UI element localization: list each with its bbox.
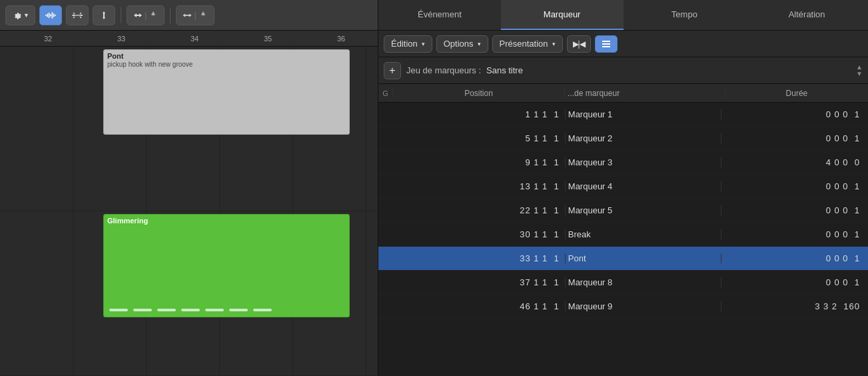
- table-row[interactable]: 30 1 1 1 Break 0 0 0 1: [378, 223, 868, 247]
- col-header-name: ...de marqueur: [565, 89, 725, 98]
- tab-evenement-label: Événement: [418, 9, 462, 19]
- cell-duree-3: 0 0 0 1: [721, 181, 868, 191]
- fit-width-icon: [72, 10, 83, 21]
- separator-1: [121, 7, 121, 23]
- separator-2: [170, 7, 171, 23]
- cell-position-4: 22 1 1 1: [393, 205, 566, 215]
- dash-5: [205, 309, 224, 311]
- svg-rect-18: [185, 15, 189, 16]
- cell-position-3: 13 1 1 1: [393, 181, 566, 191]
- options-dropdown[interactable]: Options ▾: [436, 35, 488, 53]
- right-panel: Événement Marqueur Tempo Altération Édit…: [378, 0, 868, 376]
- waveform-icon: [45, 10, 56, 21]
- cell-duree-1: 0 0 0 1: [721, 133, 868, 143]
- drop-icon: [148, 10, 159, 21]
- clip-pont[interactable]: Pont pickup hook with new groove: [103, 49, 350, 135]
- left-panel: ▼: [0, 0, 378, 376]
- clip-title-glimmering: Glimmering: [104, 215, 349, 225]
- track-area: almost Pont pickup hook with new groove …: [0, 47, 378, 376]
- zoom-button[interactable]: |: [127, 5, 165, 25]
- cell-name-7: Marqueur 8: [566, 277, 721, 287]
- svg-rect-6: [55, 15, 56, 16]
- cell-duree-7: 0 0 0 1: [721, 277, 868, 287]
- cell-duree-4: 0 0 0 1: [721, 205, 868, 215]
- cell-name-5: Break: [566, 229, 721, 239]
- ruler-numbers: 32 33 34 35 36: [4, 31, 378, 46]
- fit-width-button[interactable]: [66, 5, 89, 25]
- timeline-ruler: 32 33 34 35 36: [0, 31, 378, 47]
- presentation-chevron: ▾: [552, 41, 556, 47]
- cell-position-2: 9 1 1 1: [393, 157, 566, 167]
- cell-position-7: 37 1 1 1: [393, 277, 566, 287]
- dash-3: [157, 309, 176, 311]
- svg-rect-19: [602, 41, 610, 42]
- presentation-dropdown[interactable]: Présentation ▾: [492, 35, 563, 53]
- horizontal-zoom-icon: [182, 10, 193, 21]
- track-content-1: almost Pont pickup hook with new groove: [0, 47, 378, 211]
- ruler-tick-36: 36: [337, 31, 345, 46]
- table-header: G Position ...de marqueur Durée: [378, 84, 868, 103]
- table-row[interactable]: 9 1 1 1 Marqueur 3 4 0 0 0: [378, 151, 868, 175]
- controls-row: Édition ▾ Options ▾ Présentation ▾ ▶|◀: [378, 31, 868, 57]
- table-row[interactable]: 5 1 1 1 Marqueur 2 0 0 0 1: [378, 127, 868, 151]
- tab-alteration[interactable]: Altération: [745, 0, 868, 30]
- table-row[interactable]: 13 1 1 1 Marqueur 4 0 0 0 1: [378, 175, 868, 199]
- dash-2: [133, 309, 152, 311]
- cell-name-0: Marqueur 1: [566, 109, 721, 119]
- add-marker-button[interactable]: +: [384, 62, 401, 79]
- cell-position-5: 30 1 1 1: [393, 229, 566, 239]
- tabs-row: Événement Marqueur Tempo Altération: [378, 0, 868, 31]
- clip-glimmering[interactable]: Glimmering: [103, 214, 350, 317]
- svg-rect-2: [49, 13, 50, 18]
- table-row[interactable]: 46 1 1 1 Marqueur 9 3 3 2 160: [378, 295, 868, 319]
- cell-duree-8: 3 3 2 160: [721, 301, 868, 311]
- cell-duree-2: 4 0 0 0: [721, 157, 868, 167]
- dash-4: [181, 309, 200, 311]
- gear-button[interactable]: ▼: [5, 5, 35, 25]
- spacing-button[interactable]: [93, 5, 115, 25]
- table-row[interactable]: 22 1 1 1 Marqueur 5 0 0 0 1: [378, 199, 868, 223]
- table-row[interactable]: 33 1 1 1 Pont 0 0 0 1: [378, 247, 868, 271]
- svg-marker-14: [139, 13, 142, 17]
- svg-rect-0: [45, 15, 47, 16]
- svg-rect-1: [47, 13, 48, 17]
- toolbar: ▼: [0, 0, 378, 31]
- svg-rect-5: [53, 13, 55, 17]
- track-row-1: almost Pont pickup hook with new groove: [0, 47, 378, 211]
- cell-duree-5: 0 0 0 1: [721, 229, 868, 239]
- tab-tempo-label: Tempo: [671, 9, 697, 19]
- waveform-button[interactable]: [39, 5, 62, 25]
- add-label: +: [389, 65, 395, 76]
- tab-evenement[interactable]: Événement: [378, 0, 501, 30]
- edition-dropdown[interactable]: Édition ▾: [384, 35, 432, 53]
- zoom-icon: [133, 10, 143, 21]
- tab-marqueur[interactable]: Marqueur: [501, 0, 624, 30]
- tab-tempo[interactable]: Tempo: [624, 0, 746, 30]
- cell-name-1: Marqueur 2: [566, 133, 721, 143]
- stepper-down[interactable]: ▼: [856, 71, 863, 77]
- set-name-input[interactable]: [486, 65, 598, 75]
- set-label: Jeu de marqueurs :: [406, 65, 481, 75]
- drop-icon-2: [198, 10, 209, 21]
- table-body: 1 1 1 1 Marqueur 1 0 0 0 1 5 1 1 1 Marqu…: [378, 103, 868, 376]
- filter-icon: ▶|◀: [573, 39, 585, 49]
- presentation-label: Présentation: [500, 39, 548, 49]
- cell-name-6: Pont: [566, 253, 721, 263]
- clip-subtitle-pont: pickup hook with new groove: [104, 61, 349, 68]
- stepper-up[interactable]: ▲: [856, 64, 863, 71]
- ruler-tick-35: 35: [264, 31, 272, 46]
- zoom-drop-separator: |: [194, 10, 196, 20]
- horizontal-zoom-button[interactable]: |: [176, 5, 214, 25]
- zoom-separator: |: [145, 10, 147, 20]
- svg-marker-16: [183, 13, 185, 17]
- cell-name-4: Marqueur 5: [566, 205, 721, 215]
- tab-marqueur-label: Marqueur: [544, 9, 581, 19]
- list-view-button[interactable]: [595, 35, 618, 53]
- svg-rect-15: [137, 15, 139, 16]
- cell-duree-0: 0 0 0 1: [721, 109, 868, 119]
- table-row[interactable]: 1 1 1 1 Marqueur 1 0 0 0 1: [378, 103, 868, 127]
- filter-button[interactable]: ▶|◀: [567, 35, 591, 53]
- set-stepper[interactable]: ▲ ▼: [856, 64, 863, 77]
- clip-dashes: [109, 309, 344, 311]
- table-row[interactable]: 37 1 1 1 Marqueur 8 0 0 0 1: [378, 271, 868, 295]
